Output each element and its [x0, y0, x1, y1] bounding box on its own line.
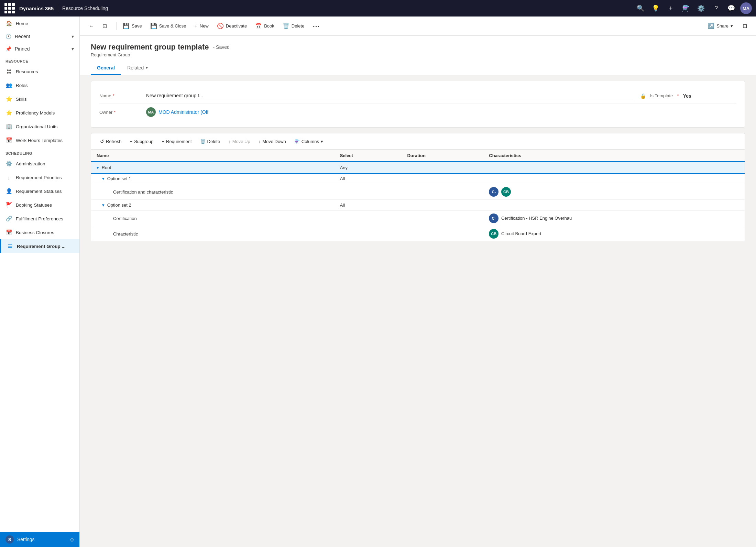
col-characteristics: Characteristics	[483, 150, 745, 162]
back-button[interactable]: ←	[85, 20, 98, 32]
new-button[interactable]: + New	[191, 21, 212, 31]
sidebar-item-booking-statuses[interactable]: 🚩 Booking Statuses	[0, 198, 79, 212]
tab-general[interactable]: General	[91, 62, 121, 75]
booking-statuses-icon: 🚩	[6, 201, 12, 208]
sidebar-item-home[interactable]: 🏠 Home	[0, 17, 79, 30]
sidebar-item-resources[interactable]: Resources	[0, 65, 79, 78]
tab-general-label: General	[97, 65, 115, 70]
top-nav-right: 🔍 💡 + ⚗️ ⚙️ ? 💬 MA	[634, 2, 752, 14]
col-select: Select	[335, 150, 402, 162]
row-expand-icon[interactable]: ▾	[102, 176, 105, 181]
owner-link[interactable]: MOD Administrator (Off	[158, 109, 208, 115]
tab-related[interactable]: Related ▾	[121, 62, 154, 75]
name-value	[146, 91, 635, 100]
sidebar-item-recent[interactable]: 🕐 Recent ▾	[0, 30, 79, 43]
table-row[interactable]: ▾ Option set 1 All	[91, 173, 745, 184]
sidebar-item-roles[interactable]: 👥 Roles	[0, 78, 79, 92]
grid-delete-button[interactable]: 🗑️ Delete	[197, 137, 224, 146]
more-button[interactable]: ⋯	[309, 20, 323, 32]
sidebar-item-fulfillment[interactable]: 🔗 Fulfillment Preferences	[0, 212, 79, 226]
owner-avatar: MA	[146, 107, 156, 117]
sidebar-item-label: Recent	[15, 34, 30, 39]
share-label: Share	[716, 23, 728, 29]
row-expand-icon[interactable]: ▾	[102, 203, 105, 208]
svg-rect-2	[7, 72, 9, 74]
proficiency-icon: ⭐	[6, 109, 12, 116]
toolbar: ← ⊡ 💾 Save 💾 Save & Close + New 🚫 Deacti…	[80, 17, 756, 36]
columns-dropdown-icon: ▾	[321, 139, 323, 144]
sidebar: 🏠 Home 🕐 Recent ▾ 📌 Pinned ▾ Resource Re…	[0, 17, 80, 547]
help-icon[interactable]: ?	[710, 2, 722, 14]
share-button[interactable]: ↗️ Share ▾	[704, 21, 736, 31]
sidebar-item-administration[interactable]: ⚙️ Administration	[0, 157, 79, 171]
user-avatar[interactable]: MA	[740, 2, 752, 14]
row-expand-icon[interactable]: ▾	[97, 165, 99, 170]
cert-duration-cell	[402, 211, 483, 226]
administration-icon: ⚙️	[6, 160, 12, 167]
delete-button[interactable]: 🗑️ Delete	[279, 21, 308, 31]
sidebar-item-req-statuses[interactable]: 👤 Requirement Statuses	[0, 184, 79, 198]
form-header: New requirement group template - Saved R…	[80, 36, 756, 75]
delete-icon: 🗑️	[283, 23, 289, 29]
lightbulb-icon[interactable]: 💡	[649, 2, 662, 14]
grid-card: ↺ Refresh + Subgroup + Requirement 🗑️	[91, 133, 745, 242]
search-icon[interactable]: 🔍	[634, 2, 647, 14]
sidebar-item-pinned[interactable]: 📌 Pinned ▾	[0, 43, 79, 55]
save-button[interactable]: 💾 Save	[119, 21, 145, 31]
save-close-button[interactable]: 💾 Save & Close	[147, 21, 190, 31]
form-title: New requirement group template - Saved	[91, 43, 745, 52]
name-input[interactable]	[146, 91, 635, 100]
waffle-menu[interactable]	[4, 3, 15, 13]
filter-icon[interactable]: ⚗️	[680, 2, 692, 14]
data-table: Name Select Duration Characteristics	[91, 150, 745, 242]
settings-icon[interactable]: ⚙️	[695, 2, 707, 14]
table-row[interactable]: ▾ Option set 2 All	[91, 200, 745, 211]
business-closures-icon: 📅	[6, 229, 12, 236]
columns-button[interactable]: ⚗️ Columns ▾	[291, 137, 327, 146]
opt2-char-cell	[483, 200, 745, 211]
top-navigation: Dynamics 365 Resource Scheduling 🔍 💡 + ⚗…	[0, 0, 756, 17]
sidebar-item-work-hours[interactable]: 📅 Work Hours Templates	[0, 133, 79, 147]
sidebar-item-skills[interactable]: ⭐ Skills	[0, 92, 79, 106]
recent-icon: 🕐	[6, 34, 11, 39]
chat-icon[interactable]: 💬	[725, 2, 737, 14]
settings-label: Settings	[17, 537, 35, 542]
skills-icon: ⭐	[6, 96, 12, 102]
lock-icon: 🔒	[640, 93, 646, 99]
table-row[interactable]: ▾ Root Any	[91, 162, 745, 173]
owner-value: MA MOD Administrator (Off	[146, 107, 736, 117]
sidebar-item-business-closures[interactable]: 📅 Business Closures	[0, 226, 79, 239]
home-icon: 🏠	[6, 20, 12, 27]
opt2-name-cell: ▾ Option set 2	[91, 200, 335, 211]
chract-label: Circuit Board Expert	[501, 231, 541, 236]
sidebar-item-proficiency[interactable]: ⭐ Proficiency Models	[0, 106, 79, 120]
table-row[interactable]: Certification C- Certification - HSR Eng…	[91, 211, 745, 226]
sidebar-item-label: Pinned	[15, 46, 30, 52]
move-up-label: Move Up	[232, 139, 250, 144]
table-row[interactable]: Certification and characteristic C- CB	[91, 184, 745, 200]
refresh-icon: ↺	[100, 139, 104, 144]
sidebar-item-org-units[interactable]: 🏢 Organizational Units	[0, 120, 79, 133]
refresh-button[interactable]: ↺ Refresh	[97, 137, 125, 146]
svg-rect-3	[9, 72, 11, 74]
book-button[interactable]: 📅 Book	[252, 21, 278, 31]
add-icon[interactable]: +	[665, 2, 677, 14]
expand-button[interactable]: ⊡	[739, 21, 750, 31]
move-up-button[interactable]: ↑ Move Up	[225, 137, 254, 146]
move-down-button[interactable]: ↓ Move Down	[255, 137, 289, 146]
sidebar-settings[interactable]: S Settings ◇	[0, 532, 79, 547]
save-close-icon: 💾	[150, 23, 157, 29]
sidebar-item-req-priorities[interactable]: ↓ Requirement Priorities	[0, 171, 79, 184]
requirement-button[interactable]: + Requirement	[158, 137, 195, 146]
table-row[interactable]: Chracteristic CB Circuit Board Expert	[91, 226, 745, 242]
root-char-cell	[483, 162, 745, 173]
subgroup-button[interactable]: + Subgroup	[127, 137, 157, 146]
tab-related-dropdown[interactable]: ▾	[146, 65, 148, 70]
name-label: Name *	[99, 93, 141, 98]
svg-rect-1	[9, 69, 11, 71]
sidebar-item-req-group[interactable]: Requirement Group ...	[0, 239, 79, 253]
sidebar-item-label: Business Closures	[16, 230, 54, 235]
deactivate-button[interactable]: 🚫 Deactivate	[213, 21, 250, 31]
app-name: Dynamics 365	[19, 6, 54, 11]
fullscreen-button[interactable]: ⊡	[98, 20, 111, 32]
